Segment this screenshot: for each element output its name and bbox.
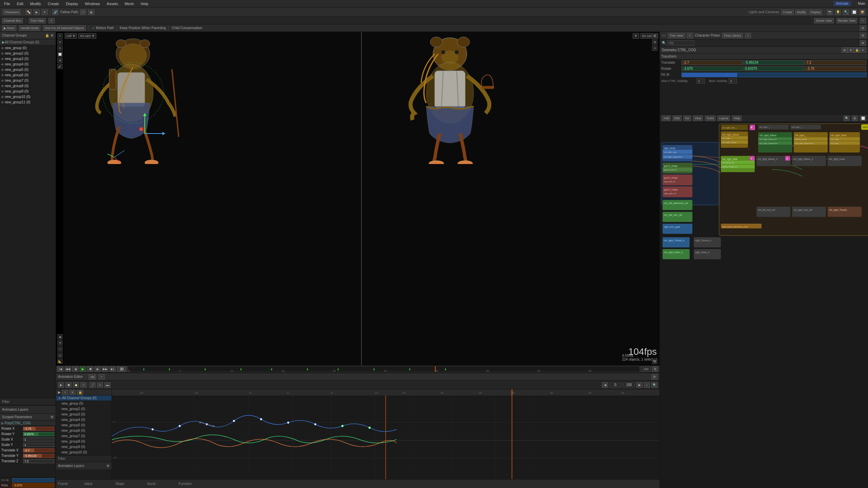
grid-icon[interactable]: ⊞ [652,39,657,45]
anim-flat-icon[interactable]: ═ [97,382,103,388]
wire-tool[interactable]: ⬡ [57,346,63,352]
char-picker-btn[interactable]: + [687,33,693,38]
param-translate-x[interactable]: Translate X -2.7 [0,448,56,453]
anim-channel-1[interactable]: new_group (0) [56,401,112,406]
anim-start-frame[interactable]: 0 [609,383,622,387]
props-settings-icon[interactable]: ⚙ [848,47,854,53]
channel-box-btn[interactable]: Channel Box [2,18,23,23]
anim-channel-10[interactable]: new_group10 (0) [56,450,112,455]
anim-zoom-btn[interactable]: 🔍 [651,382,657,388]
bone-icon[interactable]: 🦴 [25,9,32,15]
anim-remove-channel-icon[interactable]: ✕ [70,390,76,395]
xray-tool[interactable]: ☰ [57,340,63,346]
node-search-icon[interactable]: 🔍 [844,116,850,121]
link-icon[interactable]: 🔗 [52,9,58,15]
anim-channel-7[interactable]: new_group7 (0) [56,433,112,439]
next-key-btn[interactable]: ▶▶ [102,366,108,372]
node-view-btn[interactable]: View [693,116,703,121]
anim-key-btn[interactable]: ◆ [73,382,79,388]
node-add-btn[interactable]: Add [662,116,671,121]
timeline-ticks[interactable]: 0 5 10 15 20 25 30 35 40 45 [128,366,640,372]
node-layout-btn[interactable]: Layout [717,116,730,121]
param-scale-y[interactable]: Scale Y 1 [0,442,56,448]
param-scale-x[interactable]: Scale X 1 [0,437,56,442]
settings-icon[interactable]: ⚙ [860,25,866,31]
translate-x[interactable]: -2.7 [682,60,743,65]
anim-frame-range-btn[interactable]: ↔ [644,382,650,388]
anim-breakdown-btn[interactable]: ◇ [80,382,86,388]
anim-settings-icon[interactable]: ⚙ [651,374,657,380]
menu-edit[interactable]: Edit [16,1,25,6]
right-cam-btn[interactable]: ▼ [633,33,639,39]
tree-view-right-btn[interactable]: Tree View [668,33,685,38]
anim-end-frame[interactable]: 100 [623,383,635,387]
tree-view-btn[interactable]: Tree View [29,18,46,23]
end-frame[interactable]: 100 [641,366,651,372]
pointlight-icon[interactable]: 💡 [835,9,841,15]
rotate-y[interactable]: 0.93375 [743,66,804,71]
channel-item-5[interactable]: new_group5 (0) [0,67,56,73]
create-btn[interactable]: Create [781,9,794,15]
anim-icon[interactable]: ▶ [34,9,40,15]
channel-item-9[interactable]: new_group9 (0) [0,89,56,94]
node-help-btn[interactable]: Help [732,116,742,121]
anim-channel-6[interactable]: new_group6 (0) [56,428,112,433]
menu-assets[interactable]: Assets [105,1,119,6]
anim-stepped-icon[interactable]: ▬ [104,382,111,388]
display-btn[interactable]: Display [809,9,822,15]
smooth-tool[interactable]: ◎ [57,352,63,358]
bear-vis-input[interactable] [729,78,737,84]
channel-item-7[interactable]: new_group7 (0) [0,78,56,83]
next-frame-btn[interactable]: ▶ [95,366,101,372]
pose-icon[interactable]: ✦ [42,9,48,15]
fk-ik-slider[interactable] [682,73,867,77]
scene-view-btn[interactable]: Scene View [814,18,833,23]
menu-help[interactable]: Help [139,1,150,6]
lights-icon[interactable]: ☀ [652,45,657,51]
node-tools-btn[interactable]: Tools [705,116,715,121]
anim-prev-btn[interactable]: ◀ [602,382,608,388]
goto-end-btn[interactable]: ▶| [110,366,116,372]
add-view-icon[interactable]: + [860,18,866,23]
characters-btn[interactable]: Characters [3,9,21,15]
curve-editor[interactable]: -15 -10 -5 0 5 10 15 20 25 30 35 40 [112,389,659,479]
cam-options-icon[interactable]: 🎬 [652,33,657,39]
node-editor[interactable]: right_Arms ctrl_right_Log ctrl_right_Upp… [660,122,868,488]
stop-btn[interactable]: ⏹ [87,366,93,372]
left-cam-btn[interactable]: Left ▼ [65,33,77,39]
no-cam-left-btn[interactable]: No cam ▼ [78,33,96,39]
anim-lock-channel-icon[interactable]: 🔒 [77,390,83,395]
param-rotate-x[interactable]: Rotate X -3.75 [0,426,56,431]
props-lock-icon[interactable]: 🔒 [854,47,860,53]
snap-tool[interactable]: ⊕ [57,58,63,63]
translate-z[interactable]: 7.2 [805,60,866,65]
props-close-icon[interactable]: ✕ [860,47,866,53]
settings-icon-left[interactable]: ⚙ [51,34,54,37]
anim-channel-5[interactable]: new_group5 (0) [56,423,112,428]
play-btn[interactable]: ▶ [80,366,86,372]
anim-workspace-btn[interactable]: obj [88,374,96,380]
node-fit-icon[interactable]: ⬜ [860,116,866,121]
right-settings-icon[interactable]: ⚙ [860,33,866,38]
select-tool[interactable]: ↖ [57,33,63,39]
anim-channel-3[interactable]: new_group3 (0) [56,412,112,417]
move-btn[interactable]: ▶ Move [2,25,16,31]
anim-channel-4[interactable]: new_group4 (0) [56,417,112,423]
anim-layers-icon[interactable]: ⚙ [106,464,110,468]
viewport-left[interactable]: Left ▼ No cam ▼ [63,32,362,365]
pose-library-btn[interactable]: Pose Library [722,33,743,38]
channel-item-3[interactable]: new_group3 (0) [0,56,56,62]
prev-frame-btn[interactable]: ◀ [72,366,78,372]
menu-windows[interactable]: Windows [83,1,101,6]
param-rotate-y[interactable]: Rotate Y 0.9375 [0,431,56,437]
channel-item-1[interactable]: new_group (0) [0,45,56,51]
volume-icon[interactable]: 📦 [859,9,865,15]
anim-play-btn[interactable]: ▶ [58,382,64,388]
move-tool[interactable]: ✛ [57,39,63,45]
camera-icon[interactable]: 📷 [827,9,833,15]
timeline-settings-icon[interactable]: ⚙ [652,366,658,372]
spotlight-icon[interactable]: 🔦 [843,9,849,15]
channel-item-8[interactable]: new_group8 (0) [0,83,56,89]
channel-item-4[interactable]: new_group4 (0) [0,62,56,67]
clip-tool[interactable]: 📐 [57,359,63,364]
